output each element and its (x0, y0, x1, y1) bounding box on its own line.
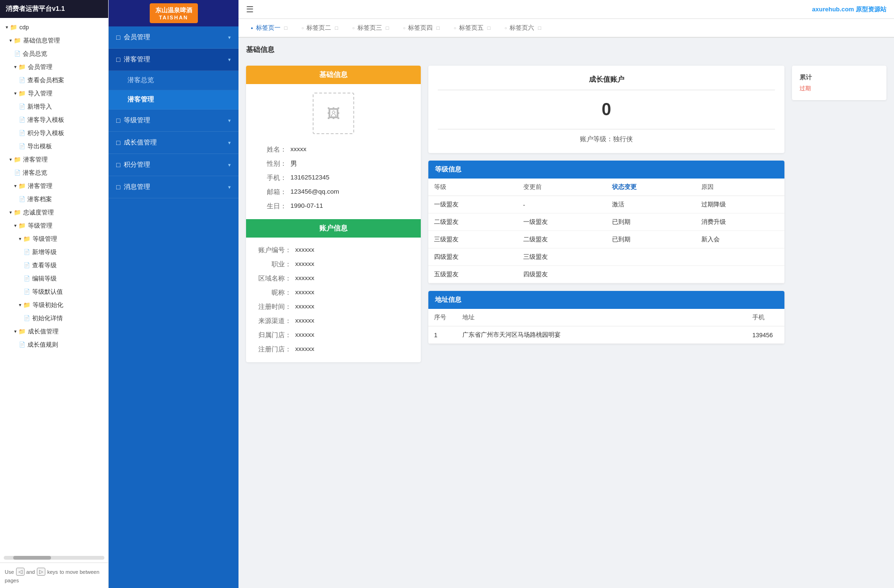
tab-dot-3: ○ (352, 26, 355, 30)
next-page-key[interactable]: ▷ (37, 568, 45, 576)
tree-item-view-level[interactable]: 📄 查看等级 (0, 259, 108, 272)
tree-item-cdp[interactable]: ▾ 📁 cdp (0, 21, 108, 34)
content-area: 基础信息 基础信息 🖼 姓名： xxxxx 性别： 男 (238, 38, 894, 588)
file-icon: 📄 (19, 341, 26, 349)
nav-sub-prospect-overview[interactable]: 潜客总览 (109, 71, 238, 90)
regstore-label: 注册门店： (254, 345, 291, 354)
nav-label-message: 消息管理 (124, 183, 150, 191)
info-row-phone: 手机： 13162512345 (246, 171, 421, 185)
folder-icon: 📁 (14, 36, 21, 45)
info-row-email: 邮箱： 123456@qq.com (246, 185, 421, 199)
tab-label-5: 标签页五 (459, 24, 484, 32)
tree-scroll[interactable]: ▾ 📁 cdp ▾ 📁 基础信息管理 📄 会员总览 ▾ 📁 会员管理 📄 查看会… (0, 18, 108, 553)
tree-item-view-member[interactable]: 📄 查看会员档案 (0, 74, 108, 87)
tab-2[interactable]: ○ 标签页二 □ (295, 19, 346, 38)
tree-item-import-mgmt[interactable]: ▾ 📁 导入管理 (0, 87, 108, 100)
nav-hint-move: to move between (60, 569, 100, 575)
basic-info-header: 基础信息 (246, 66, 421, 84)
right-column: 成长值账户 0 账户等级：独行侠 等级信息 等级 变更前 状态变更 原因 (428, 66, 784, 344)
tab-close-2[interactable]: □ (334, 24, 339, 32)
tab-close-4[interactable]: □ (435, 24, 441, 32)
tree-item-basic-mgmt[interactable]: ▾ 📁 基础信息管理 (0, 34, 108, 47)
tab-dot-6: ○ (505, 26, 507, 30)
folder-arrow-icon: ▾ (19, 235, 21, 243)
top-bar: ☰ axurehub.com 原型资源站 (238, 0, 894, 19)
tab-close-6[interactable]: □ (537, 24, 542, 32)
info-row-name: 姓名： xxxxx (246, 143, 421, 157)
tree-item-init-detail[interactable]: 📄 初始化详情 (0, 312, 108, 325)
info-row-birthday: 生日： 1990-07-11 (246, 199, 421, 213)
folder-icon: 📁 (14, 155, 21, 164)
tree-item-prospect-import[interactable]: 📄 潜客导入模板 (0, 113, 108, 127)
nav-item-points[interactable]: □ 积分管理 ▾ (109, 154, 238, 176)
nav-hint-pages: pages (5, 578, 19, 583)
tab-dot-2: ○ (302, 26, 304, 30)
file-icon: 📄 (14, 50, 21, 58)
level-r3-reason: 新入会 (696, 231, 785, 248)
level-r2-status: 已到期 (606, 213, 696, 231)
region-value: xxxxxx (295, 274, 315, 283)
tree-item-prospect-overview[interactable]: 📄 潜客总览 (0, 166, 108, 179)
file-icon: 📄 (19, 129, 26, 137)
section-title: 基础信息 (246, 45, 886, 54)
tree-item-member-mgmt[interactable]: ▾ 📁 会员管理 (0, 60, 108, 74)
tree-scrollbar[interactable] (4, 556, 104, 560)
email-label: 邮箱： (254, 188, 287, 196)
info-row-accountno: 账户编号： xxxxxx (246, 243, 421, 257)
tree-item-loyalty[interactable]: ▾ 📁 忠诚度管理 (0, 206, 108, 219)
tree-item-prospect-file[interactable]: 📄 潜客档案 (0, 193, 108, 206)
tree-item-edit-level[interactable]: 📄 编辑等级 (0, 272, 108, 285)
file-icon: 📄 (19, 102, 26, 111)
nav-item-level[interactable]: □ 等级管理 ▾ (109, 110, 238, 132)
name-label: 姓名： (254, 145, 287, 154)
folder-arrow-icon: ▾ (14, 63, 17, 71)
tree-item-level-mgmt[interactable]: ▾ 📁 等级管理 (0, 219, 108, 232)
nav-item-member[interactable]: □ 会员管理 ▾ (109, 26, 238, 49)
tab-4[interactable]: ○ 标签页四 □ (397, 19, 448, 38)
level-col-level: 等级 (428, 179, 518, 196)
addr-r1-phone: 139456 (747, 326, 784, 344)
tree-item-add-level[interactable]: 📄 新增等级 (0, 246, 108, 259)
tree-item-level-init[interactable]: ▾ 📁 等级初始化 (0, 298, 108, 312)
prev-page-key[interactable]: ◁ (16, 568, 25, 576)
nav-sub-prospect-mgmt[interactable]: 潜客管理 (109, 90, 238, 110)
addr-col-phone: 手机 (747, 309, 784, 326)
nav-arrow-growth: ▾ (228, 140, 231, 146)
tree-item-growth-mgmt[interactable]: ▾ 📁 成长值管理 (0, 325, 108, 338)
tree-item-prospect-mgmt[interactable]: ▾ 📁 潜客管理 (0, 153, 108, 166)
folder-arrow-icon: ▾ (14, 328, 17, 335)
tab-close-3[interactable]: □ (385, 24, 390, 32)
tree-item-prospect-sub[interactable]: ▾ 📁 潜客管理 (0, 179, 108, 193)
tab-6[interactable]: ○ 标签页六 □ (498, 19, 549, 38)
tab-close-5[interactable]: □ (486, 24, 492, 32)
address-info-header: 地址信息 (428, 291, 784, 309)
nav-item-prospect[interactable]: □ 潜客管理 ▾ (109, 49, 238, 71)
tab-close-1[interactable]: □ (283, 24, 289, 32)
folder-icon-cdp: 📁 (10, 23, 17, 32)
tab-5[interactable]: ○ 标签页五 □ (447, 19, 498, 38)
tree-item-score-import[interactable]: 📄 积分导入模板 (0, 127, 108, 140)
growth-title: 成长值账户 (438, 75, 775, 90)
tree-item-level-sub[interactable]: ▾ 📁 等级管理 (0, 232, 108, 246)
tab-3[interactable]: ○ 标签页三 □ (346, 19, 397, 38)
level-r3-before: 二级盟友 (518, 231, 607, 248)
hamburger-icon[interactable]: ☰ (246, 4, 254, 15)
file-icon: 📄 (19, 76, 26, 85)
level-r1-level: 一级盟友 (428, 196, 518, 213)
growth-value: 0 (438, 100, 775, 119)
nav-item-message[interactable]: □ 消息管理 ▾ (109, 176, 238, 198)
tree-item-export[interactable]: 📄 导出模板 (0, 140, 108, 153)
tab-1[interactable]: ● 标签页一 □ (244, 19, 295, 38)
level-r4-level: 四级盟友 (428, 248, 518, 266)
tree-item-growth-rule[interactable]: 📄 成长值规则 (0, 338, 108, 351)
tree-item-new-import[interactable]: 📄 新增导入 (0, 100, 108, 113)
name-value: xxxxx (290, 145, 307, 154)
tree-item-default-level[interactable]: 📄 等级默认值 (0, 285, 108, 298)
nav-item-growth[interactable]: □ 成长值管理 ▾ (109, 132, 238, 154)
level-r5-before: 四级盟友 (518, 266, 607, 283)
folder-arrow-icon: ▾ (9, 156, 12, 163)
tab-label-4: 标签页四 (408, 24, 433, 32)
growth-account-card: 成长值账户 0 账户等级：独行侠 (428, 66, 784, 153)
tree-item-member-overview[interactable]: 📄 会员总览 (0, 47, 108, 60)
source-label: 来源渠道： (254, 317, 291, 325)
